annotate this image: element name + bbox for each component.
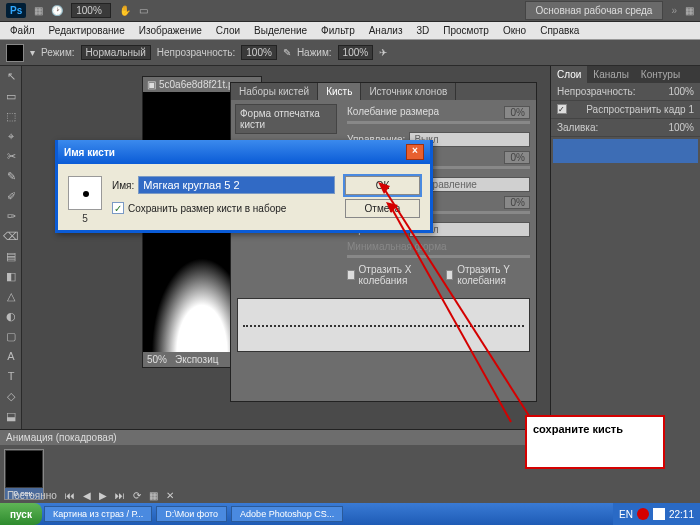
menu-image[interactable]: Изображение: [133, 23, 208, 38]
taskbar-item[interactable]: D:\Мои фото: [156, 506, 227, 522]
brush-name-dialog[interactable]: Имя кисти × 5 Имя: ✓ Сохранить размер ки…: [55, 140, 433, 233]
flip-y-label: Отразить Y колебания: [457, 264, 530, 286]
tray-icon[interactable]: [653, 508, 665, 520]
menu-filter[interactable]: Фильтр: [315, 23, 361, 38]
tool-shape[interactable]: ⬓: [0, 406, 22, 426]
tool-wand[interactable]: ⌖: [0, 126, 22, 146]
tool-stamp[interactable]: ⌫: [0, 226, 22, 246]
flip-x-checkbox[interactable]: [347, 270, 355, 280]
size-jitter-label: Колебание размера: [347, 106, 439, 119]
brush-preset-swatch[interactable]: [6, 44, 24, 62]
menu-file[interactable]: Файл: [4, 23, 41, 38]
loop-select[interactable]: Постоянно: [4, 490, 60, 501]
taskbar-item[interactable]: Картина из страз / Р...: [44, 506, 152, 522]
first-frame-button[interactable]: ⏮: [62, 490, 78, 501]
tool-move[interactable]: ↖: [0, 66, 22, 86]
tool-eyedrop[interactable]: ✎: [0, 166, 22, 186]
tab-layers[interactable]: Слои: [551, 66, 587, 83]
size-jitter-value[interactable]: 0%: [504, 106, 530, 119]
tool-pen[interactable]: A: [0, 346, 22, 366]
brush-tip-shape-header[interactable]: Форма отпечатка кисти: [235, 104, 337, 134]
tool-type[interactable]: T: [0, 366, 22, 386]
next-frame-button[interactable]: ⏭: [112, 490, 128, 501]
zoom-select[interactable]: 100%: [71, 3, 111, 18]
mode-label: Режим:: [41, 47, 75, 58]
hand-icon[interactable]: ✋: [119, 5, 131, 16]
size-jitter-slider[interactable]: [347, 121, 530, 124]
propagate-checkbox[interactable]: [557, 104, 567, 114]
workspace-button[interactable]: Основная рабочая среда: [525, 1, 664, 20]
ok-button[interactable]: ОК: [345, 176, 420, 195]
animation-panel-title[interactable]: Анимация (покадровая): [0, 430, 550, 445]
menu-edit[interactable]: Редактирование: [43, 23, 131, 38]
tool-heal[interactable]: ✐: [0, 186, 22, 206]
menu-layers[interactable]: Слои: [210, 23, 246, 38]
annotation-callout: сохраните кисть: [525, 415, 665, 469]
tool-blur[interactable]: ◐: [0, 306, 22, 326]
menu-view[interactable]: Просмотр: [437, 23, 495, 38]
flow-field[interactable]: 100%: [338, 45, 374, 60]
tablet-icon[interactable]: ✎: [283, 47, 291, 58]
prev-frame-button[interactable]: ◀: [80, 490, 94, 501]
menu-window[interactable]: Окно: [497, 23, 532, 38]
tab-brush[interactable]: Кисть: [318, 83, 361, 100]
layer-fill-value[interactable]: 100%: [668, 122, 694, 133]
menu-3d[interactable]: 3D: [410, 23, 435, 38]
airbrush-icon[interactable]: ✈: [379, 47, 387, 58]
new-frame-button[interactable]: ▦: [146, 490, 161, 501]
brush-name-input[interactable]: [138, 176, 335, 194]
propagate-label: Распространить кадр 1: [586, 104, 694, 115]
menubar: Файл Редактирование Изображение Слои Выд…: [0, 22, 700, 40]
tool-history[interactable]: ▤: [0, 246, 22, 266]
tool-crop[interactable]: ✂: [0, 146, 22, 166]
dialog-title: Имя кисти: [64, 147, 115, 158]
view-icon[interactable]: ▭: [139, 5, 148, 16]
tool-brush[interactable]: ✑: [0, 206, 22, 226]
options-bar: ▾ Режим: Нормальный Непрозрачность: 100%…: [0, 40, 700, 66]
shape-jitter-value[interactable]: 0%: [504, 196, 530, 209]
grid-icon[interactable]: ▦: [685, 5, 694, 16]
start-button[interactable]: пуск: [0, 503, 42, 525]
brush-size-label: 5: [68, 213, 102, 224]
brush-preview-swatch: [68, 176, 102, 210]
tab-brush-presets[interactable]: Наборы кистей: [231, 83, 318, 100]
tool-path[interactable]: ◇: [0, 386, 22, 406]
min-diameter-value[interactable]: 0%: [504, 151, 530, 164]
tween-button[interactable]: ⟳: [130, 490, 144, 501]
taskbar-item[interactable]: Adobe Photoshop CS...: [231, 506, 343, 522]
min-shape-slider[interactable]: [347, 255, 530, 258]
tool-lasso[interactable]: ⬚: [0, 106, 22, 126]
save-size-checkbox[interactable]: ✓: [112, 202, 124, 214]
system-tray[interactable]: EN 22:11: [613, 503, 700, 525]
document-zoom[interactable]: 50%: [147, 354, 167, 365]
tool-dodge[interactable]: ▢: [0, 326, 22, 346]
delete-frame-button[interactable]: ✕: [163, 490, 177, 501]
tool-eraser[interactable]: ◧: [0, 266, 22, 286]
menu-analysis[interactable]: Анализ: [363, 23, 409, 38]
cancel-button[interactable]: Отмена: [345, 199, 420, 218]
tab-channels[interactable]: Каналы: [587, 66, 635, 83]
tab-paths[interactable]: Контуры: [635, 66, 686, 83]
brush-panel[interactable]: Наборы кистей Кисть Источник клонов Форм…: [230, 82, 537, 402]
menu-select[interactable]: Выделение: [248, 23, 313, 38]
tool-marquee[interactable]: ▭: [0, 86, 22, 106]
clock[interactable]: 22:11: [669, 509, 694, 520]
layer-opacity-value[interactable]: 100%: [668, 86, 694, 97]
tool-gradient[interactable]: △: [0, 286, 22, 306]
dialog-titlebar[interactable]: Имя кисти ×: [58, 140, 430, 164]
mode-select[interactable]: Нормальный: [81, 45, 151, 60]
chevrons-icon[interactable]: »: [671, 5, 677, 16]
brush-dropdown-icon[interactable]: ▾: [30, 47, 35, 58]
bridge-icon[interactable]: ▦: [34, 5, 43, 16]
tray-icon[interactable]: [637, 508, 649, 520]
close-button[interactable]: ×: [406, 144, 424, 160]
opacity-field[interactable]: 100%: [241, 45, 277, 60]
history-icon[interactable]: 🕑: [51, 5, 63, 16]
flip-x-label: Отразить X колебания: [359, 264, 432, 286]
menu-help[interactable]: Справка: [534, 23, 585, 38]
play-button[interactable]: ▶: [96, 490, 110, 501]
lang-indicator[interactable]: EN: [619, 509, 633, 520]
tab-clone-source[interactable]: Источник клонов: [361, 83, 456, 100]
layer-item-selected[interactable]: [553, 139, 698, 163]
flip-y-checkbox[interactable]: [446, 270, 454, 280]
